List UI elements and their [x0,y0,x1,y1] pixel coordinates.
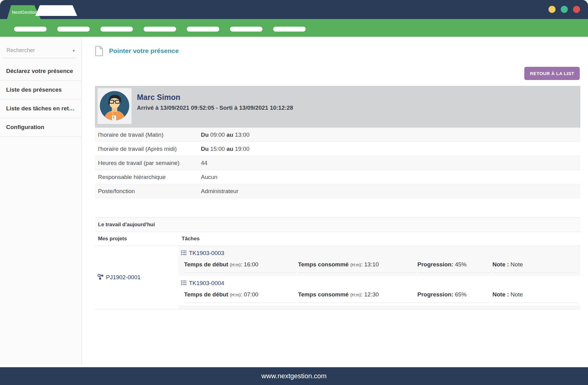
search-placeholder: Rechercher [6,47,35,54]
window-controls [548,6,580,13]
brand-tab[interactable]: NextGestion [7,5,41,19]
content-area: Pointer votre présence RETOUR À LA LIST [82,37,588,367]
task-note: Note : Note [492,291,578,303]
window-light-red-icon[interactable] [573,6,580,13]
task-row: TK1903-0003 Temps de début (H:m): 16:00 … [178,246,580,276]
document-icon [95,46,103,56]
row-value: Du 09:00 au 13:00 [201,132,249,138]
task-list-icon [181,280,187,287]
sidebar-item-declarez-presence[interactable]: Déclarez votre présence [0,62,81,81]
sidebar: Rechercher ▾ Déclarez votre présence Lis… [0,37,82,365]
search-select[interactable]: Rechercher ▾ [3,45,76,58]
sidebar-item-taches-retard[interactable]: Liste des tâches en ret… [0,99,81,118]
table-row: Poste/fonction Administrateur [95,184,580,198]
row-value: Du 15:00 au 19:00 [201,146,249,152]
row-label: Heures de travail (par semaine) [95,160,201,166]
task-start-time: Temps de début (H:m): 16:00 [184,261,296,273]
table-row: Heures de travail (par semaine) 44 [95,156,580,170]
back-to-list-button[interactable]: RETOUR À LA LIST [524,67,580,80]
profile-card: Marc Simon Arrivé à 13/09/2021 09:52:05 … [95,86,580,128]
row-label: Poste/fonction [95,188,201,195]
row-value: Administrateur [201,188,239,195]
task-link[interactable]: TK1903-0004 [189,280,224,287]
chevron-down-icon: ▾ [73,48,75,53]
row-label: Responsable hiérarchique [95,174,201,181]
nav-pill[interactable] [14,27,47,32]
nav-pill[interactable] [57,27,90,32]
row-label: l'horaire de travail (Après midi) [95,146,201,152]
todays-work-table: Le travail d'aujourd'hui Mes projets Tâc… [95,217,580,309]
sidebar-menu: Déclarez votre présence Liste des présen… [0,62,81,137]
sidebar-item-liste-presences[interactable]: Liste des présences [0,81,81,99]
footer-url: www.nextgestion.com [262,372,327,380]
task-row: TK1903-0004 Temps de début (H:m): 07:00 … [178,276,580,306]
task-start-time: Temps de début (H:m): 07:00 [184,291,296,303]
brand-label: NextGestion [12,10,37,15]
presence-times: Arrivé à 13/09/2021 09:52:05 - Sorti à 1… [137,105,293,111]
main-navbar [0,19,588,37]
nav-pill[interactable] [273,27,306,32]
blank-tab[interactable] [35,5,77,16]
task-consumed-time: Temps consommé (H:m): 13:10 [298,261,415,273]
nav-pill[interactable] [144,27,176,32]
table-bottom-strip [178,306,580,309]
column-header-projects: Mes projets [95,236,178,242]
task-link[interactable]: TK1903-0003 [189,250,224,257]
footer: www.nextgestion.com [0,367,588,385]
app-window: NextGestion Rechercher ▾ Déclarez votre … [0,0,588,385]
page-title: Pointer votre présence [109,47,179,55]
employee-name: Marc Simon [137,93,293,102]
task-progress: Progression: 65% [417,291,490,303]
project-cell: PJ1902-0001 [95,246,178,309]
window-light-yellow-icon[interactable] [548,6,556,13]
window-light-teal-icon[interactable] [561,6,568,13]
nav-pill[interactable] [100,27,133,32]
task-note: Note : Note [492,261,578,273]
nav-pill[interactable] [187,27,219,32]
task-list-icon [181,250,187,257]
table-row: l'horaire de travail (Après midi) Du 15:… [95,142,580,156]
titlebar: NextGestion [0,0,588,19]
task-consumed-time: Temps consommé (H:m): 12:30 [298,291,415,303]
sidebar-item-configuration[interactable]: Configuration [0,118,81,137]
task-progress: Progression: 45% [417,261,490,273]
work-column-headers: Mes projets Tâches [95,232,580,246]
avatar [97,88,132,124]
row-label: l'horaire de travail (Matin) [95,132,201,138]
schedule-info-table: l'horaire de travail (Matin) Du 09:00 au… [95,128,580,198]
column-header-tasks: Tâches [178,236,200,242]
table-row: l'horaire de travail (Matin) Du 09:00 au… [95,128,580,142]
nav-pill[interactable] [230,27,262,32]
row-value: 44 [201,160,207,166]
project-link[interactable]: PJ1902-0001 [106,274,141,281]
tasks-cell: TK1903-0003 Temps de début (H:m): 16:00 … [178,246,580,309]
row-value: Aucun [201,174,217,181]
table-row: Responsable hiérarchique Aucun [95,170,580,184]
project-icon [98,274,104,281]
work-section-title: Le travail d'aujourd'hui [95,217,580,232]
